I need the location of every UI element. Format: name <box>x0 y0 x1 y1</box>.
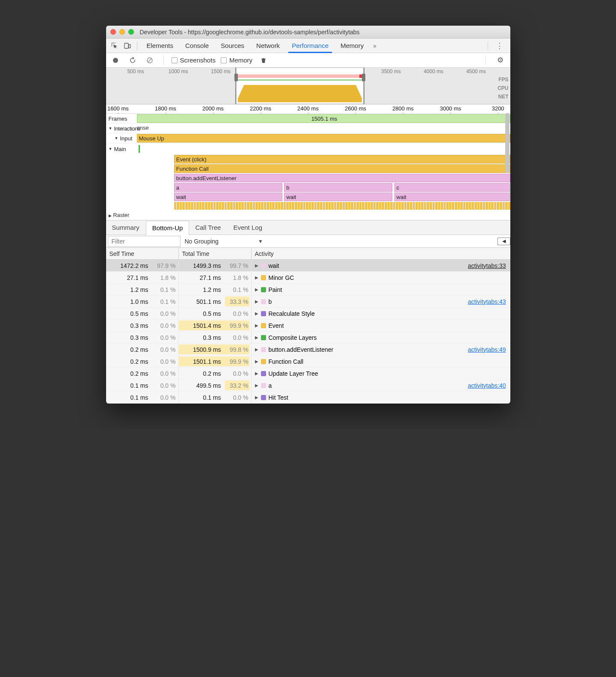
flame-bar[interactable]: button.addEventListener <box>174 174 510 182</box>
expand-icon[interactable]: ▶ <box>255 371 258 376</box>
tabs-overflow-icon[interactable]: » <box>373 42 376 49</box>
flame-bar[interactable]: c <box>394 183 510 192</box>
flame-bar[interactable]: wait <box>174 193 282 201</box>
device-toolbar-icon[interactable] <box>121 40 133 51</box>
col-self-time[interactable]: Self Time <box>106 248 179 259</box>
minimize-window-button[interactable] <box>119 29 125 35</box>
overview-selection[interactable] <box>235 68 364 104</box>
flame-bar[interactable]: Event (click) <box>174 155 510 163</box>
table-row[interactable]: 0.2 ms0.0 %1501.1 ms99.9 %▶Function Call <box>106 356 510 368</box>
flame-bar[interactable]: wait <box>394 193 510 201</box>
detail-tab-summary[interactable]: Summary <box>106 220 146 235</box>
flame-bar[interactable]: Function Call <box>174 164 510 173</box>
self-time-pct: 0.1 % <box>151 286 176 293</box>
tab-memory[interactable]: Memory <box>335 39 370 53</box>
input-track: ▼Input Mouse Up <box>106 134 510 143</box>
expand-icon[interactable]: ▶ <box>255 323 258 328</box>
memory-checkbox[interactable]: Memory <box>221 56 252 64</box>
input-mouseup-bar[interactable]: Mouse Up <box>137 134 510 143</box>
table-row[interactable]: 27.1 ms1.8 %27.1 ms1.8 %▶Minor GC <box>106 272 510 284</box>
frame-bar[interactable]: 1505.1 ms <box>137 114 510 123</box>
activity-color-swatch <box>261 311 266 316</box>
flame-chart[interactable]: 1600 ms1800 ms2000 ms2200 ms2400 ms2600 … <box>106 104 510 220</box>
svg-rect-1 <box>129 45 130 48</box>
flame-bar[interactable]: a <box>174 183 282 192</box>
expand-icon[interactable]: ▶ <box>255 275 258 280</box>
expand-icon[interactable]: ▶ <box>255 287 258 292</box>
inspect-element-icon[interactable] <box>109 40 121 51</box>
detail-tab-bottom-up[interactable]: Bottom-Up <box>146 221 190 235</box>
separator <box>137 42 137 50</box>
interactions-track-label[interactable]: ▼Interactions <box>106 124 137 133</box>
flame-scroll-thumb[interactable] <box>505 104 509 220</box>
expand-icon[interactable]: ▶ <box>255 359 258 364</box>
table-row[interactable]: 0.5 ms0.0 %0.5 ms0.0 %▶Recalculate Style <box>106 308 510 320</box>
clear-button[interactable] <box>144 55 156 66</box>
close-window-button[interactable] <box>110 29 116 35</box>
activity-name: wait <box>269 262 279 269</box>
table-row[interactable]: 1472.2 ms97.9 %1499.3 ms99.7 %▶waitactiv… <box>106 260 510 272</box>
tab-sources[interactable]: Sources <box>215 39 250 53</box>
activity-color-swatch <box>261 263 266 268</box>
main-track-label[interactable]: ▼Main <box>106 143 137 154</box>
selection-handle-left[interactable] <box>234 74 238 81</box>
table-row[interactable]: 0.3 ms0.0 %1501.4 ms99.9 %▶Event <box>106 320 510 332</box>
record-button[interactable] <box>110 55 121 66</box>
col-activity[interactable]: Activity <box>252 248 510 259</box>
total-time-pct: 0.0 % <box>224 394 249 401</box>
tab-console[interactable]: Console <box>179 39 215 53</box>
zoom-window-button[interactable] <box>128 29 134 35</box>
trash-icon[interactable] <box>258 55 270 66</box>
total-time-pct: 99.7 % <box>224 262 249 269</box>
timeline-tick: 2000 ms <box>202 105 224 112</box>
source-link[interactable]: activitytabs:33 <box>468 262 506 269</box>
screenshots-checkbox[interactable]: Screenshots <box>172 56 216 64</box>
tab-network[interactable]: Network <box>250 39 286 53</box>
self-time-pct: 0.0 % <box>151 322 176 329</box>
expand-icon[interactable]: ▶ <box>255 299 258 304</box>
source-link[interactable]: activitytabs:40 <box>468 382 506 389</box>
more-menu-icon[interactable]: ⋮ <box>492 41 508 50</box>
activity-color-swatch <box>261 395 266 400</box>
table-row[interactable]: 1.2 ms0.1 %1.2 ms0.1 %▶Paint <box>106 284 510 296</box>
col-total-time[interactable]: Total Time <box>179 248 252 259</box>
source-link[interactable]: activitytabs:49 <box>468 346 506 353</box>
tab-elements[interactable]: Elements <box>141 39 180 53</box>
expand-icon[interactable]: ▶ <box>255 395 258 400</box>
flame-bar[interactable]: wait <box>284 193 392 201</box>
tab-performance[interactable]: Performance <box>286 39 335 53</box>
titlebar: Developer Tools - https://googlechrome.g… <box>106 26 510 39</box>
expand-icon[interactable]: ▶ <box>255 383 258 388</box>
overview-minimap[interactable]: 500 ms1000 ms1500 ms2000 ms2500 ms3000 m… <box>106 68 510 104</box>
grouping-select[interactable]: No Grouping▼ <box>185 238 263 245</box>
reload-record-button[interactable] <box>127 55 139 66</box>
table-row[interactable]: 0.3 ms0.0 %0.3 ms0.0 %▶Composite Layers <box>106 332 510 344</box>
activity-color-swatch <box>261 347 266 352</box>
activity-color-swatch <box>261 299 266 304</box>
total-time-pct: 0.1 % <box>224 286 249 293</box>
input-track-label[interactable]: ▼Input <box>106 134 137 143</box>
expand-icon[interactable]: ▶ <box>255 311 258 316</box>
activity-name: b <box>269 298 272 305</box>
total-time-value: 27.1 ms <box>187 274 221 281</box>
expand-icon[interactable]: ▶ <box>255 335 258 340</box>
flame-bar[interactable]: b <box>284 183 392 192</box>
table-row[interactable]: 1.0 ms0.1 %501.1 ms33.3 %▶bactivitytabs:… <box>106 296 510 308</box>
table-row[interactable]: 0.1 ms0.0 %499.5 ms33.2 %▶aactivitytabs:… <box>106 380 510 392</box>
filter-input[interactable] <box>108 236 181 247</box>
expand-icon[interactable]: ▶ <box>255 263 258 268</box>
selection-handle-right[interactable] <box>362 74 365 81</box>
table-row[interactable]: 0.1 ms0.0 %0.1 ms0.0 %▶Hit Test <box>106 392 510 404</box>
table-row[interactable]: 0.2 ms0.0 %1500.9 ms99.8 %▶button.addEve… <box>106 344 510 356</box>
detail-tab-event-log[interactable]: Event Log <box>227 220 269 235</box>
expand-icon[interactable]: ▶ <box>255 347 258 352</box>
bottom-up-table: Self Time Total Time Activity 1472.2 ms9… <box>106 248 510 404</box>
separator <box>163 56 164 65</box>
timeline-tick: 3000 ms <box>440 105 461 112</box>
source-link[interactable]: activitytabs:43 <box>468 298 506 305</box>
settings-gear-icon[interactable]: ⚙ <box>494 56 507 65</box>
table-row[interactable]: 0.2 ms0.0 %0.2 ms0.0 %▶Update Layer Tree <box>106 368 510 380</box>
toggle-detail-sidebar-icon[interactable]: ◀ <box>498 238 510 245</box>
raster-track-label[interactable]: ▶ Raster <box>106 210 510 220</box>
detail-tab-call-tree[interactable]: Call Tree <box>189 220 227 235</box>
